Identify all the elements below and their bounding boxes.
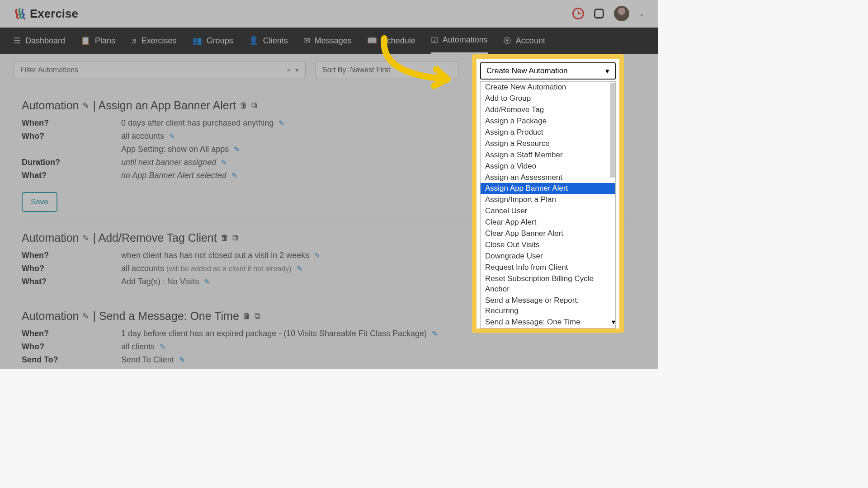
edit-icon[interactable]: ✎ — [231, 172, 237, 179]
copy-icon[interactable]: ⧉ — [255, 311, 260, 321]
dropdown-item[interactable]: Reset Subscription Billing Cycle Anchor — [481, 273, 615, 295]
create-dropdown-list[interactable]: Create New AutomationAdd to GroupAdd/Rem… — [480, 81, 616, 328]
field-value: until next banner assigned ✎ — [121, 158, 227, 167]
nav-groups[interactable]: 👥Groups — [192, 28, 233, 54]
field-label: When? — [22, 329, 121, 338]
topbar-right: ⌄ — [572, 6, 645, 21]
trash-icon[interactable]: 🗑 — [243, 311, 251, 321]
dropdown-item[interactable]: Close Out Visits — [481, 239, 615, 251]
nav-icon: ♬ — [131, 36, 137, 46]
dropdown-scrollbar[interactable] — [610, 83, 615, 178]
field-value: Add Tag(s) : No Visits ✎ — [121, 277, 210, 286]
dropdown-item[interactable]: Downgrade User — [481, 251, 615, 262]
brand-name: Exercise — [30, 7, 78, 21]
dropdown-item[interactable]: Send a Message or Report: Recurring — [481, 295, 615, 317]
dropdown-item[interactable]: Assign an Assessment — [481, 172, 615, 183]
dropdown-item[interactable]: Add/Remove Tag — [481, 104, 615, 116]
edit-icon[interactable]: ✎ — [82, 101, 89, 111]
dropdown-item[interactable]: Assign a Package — [481, 116, 615, 127]
create-caret-icon: ▾ — [605, 66, 609, 76]
user-menu-caret[interactable]: ⌄ — [639, 10, 645, 17]
field-label: Who? — [22, 264, 121, 273]
field-label: How? — [22, 368, 121, 369]
sort-label: Sort By: Newest First — [322, 66, 390, 74]
dropdown-item[interactable]: Request Info from Client — [481, 262, 615, 273]
field-value: all accounts ✎ — [121, 131, 175, 141]
edit-icon[interactable]: ✎ — [82, 311, 89, 321]
edit-icon[interactable]: ✎ — [204, 278, 210, 286]
nav-label: Plans — [95, 36, 115, 46]
nav-messages[interactable]: ✉Messages — [303, 28, 352, 54]
save-button[interactable]: Save — [22, 192, 57, 212]
edit-icon[interactable]: ✎ — [221, 159, 227, 166]
dropdown-item[interactable]: Send a Message: One Time — [481, 317, 615, 328]
edit-icon[interactable]: ✎ — [234, 145, 240, 153]
nav-icon: ☑ — [431, 35, 438, 45]
dropdown-item[interactable]: Clear App Banner Alert — [481, 228, 615, 239]
field-label: Send To? — [22, 355, 121, 365]
create-automation-select[interactable]: Create New Automation ▾ — [480, 62, 616, 80]
dropdown-item[interactable]: Clear App Alert — [481, 217, 615, 228]
edit-icon[interactable]: ✎ — [179, 356, 185, 364]
copy-icon[interactable]: ⧉ — [232, 233, 238, 243]
edit-icon[interactable]: ✎ — [278, 119, 284, 127]
nav-label: Messages — [315, 36, 352, 46]
dropdown-item[interactable]: Assign a Product — [481, 127, 615, 138]
dropdown-item[interactable]: Assign a Video — [481, 161, 615, 172]
copy-icon[interactable]: ⧉ — [251, 101, 257, 110]
filter-caret-icon[interactable]: ▾ — [295, 66, 299, 74]
sort-select[interactable]: Sort By: Newest First — [316, 61, 458, 79]
brand-logo[interactable]: Exercise — [14, 7, 78, 21]
nav-icon: 👤 — [249, 36, 259, 46]
dropdown-item[interactable]: Assign App Banner Alert — [481, 183, 615, 194]
navbar: ☰Dashboard📋Plans♬Exercises👥Groups👤Client… — [0, 28, 658, 54]
edit-icon[interactable]: ✎ — [314, 252, 320, 259]
nav-dashboard[interactable]: ☰Dashboard — [14, 28, 65, 54]
nav-icon: 📖 — [367, 36, 377, 46]
dropdown-item[interactable]: Assign a Resource — [481, 138, 615, 150]
field-label: Who? — [22, 131, 121, 141]
avatar[interactable] — [614, 6, 629, 21]
field-value: all accounts (will be added as a client … — [121, 264, 302, 273]
clock-icon[interactable] — [572, 8, 584, 19]
edit-icon[interactable]: ✎ — [82, 233, 89, 243]
field-value: Send To Client ✎ — [121, 355, 185, 365]
nav-schedule[interactable]: 📖Schedule — [367, 28, 415, 54]
create-button-label: Create New Automation — [486, 66, 568, 75]
dropdown-item[interactable]: Assign/Import a Plan — [481, 194, 615, 206]
trash-icon[interactable]: 🗑 — [240, 101, 248, 110]
nav-plans[interactable]: 📋Plans — [80, 28, 115, 54]
dropdown-item[interactable]: Cancel User — [481, 206, 615, 217]
field-value: 0 days after client has purchased anythi… — [121, 118, 284, 128]
field-value: 1 day before client has an expired packa… — [121, 329, 438, 338]
edit-icon[interactable]: ✎ — [169, 132, 175, 140]
nav-clients[interactable]: 👤Clients — [249, 28, 288, 54]
nav-account[interactable]: ⦿Account — [503, 28, 545, 54]
nav-automations[interactable]: ☑Automations — [431, 28, 488, 54]
field-row: Who?all clients ✎ — [22, 342, 637, 352]
dropdown-item[interactable]: Add to Group — [481, 93, 615, 104]
dropdown-item[interactable]: Create New Automation — [481, 82, 615, 93]
nav-icon: 👥 — [192, 36, 202, 46]
nav-label: Account — [516, 36, 545, 46]
field-label: What? — [22, 277, 121, 286]
annotation-highlight-frame: Create New Automation ▾ Create New Autom… — [472, 54, 624, 333]
filter-input[interactable]: Filter Automations × ▾ — [14, 61, 306, 79]
edit-icon[interactable]: ✎ — [432, 330, 438, 338]
field-value: when client has has not closed out a vis… — [121, 251, 320, 260]
nav-label: Exercises — [142, 36, 177, 46]
nav-label: Dashboard — [25, 36, 65, 46]
edit-icon[interactable]: ✎ — [160, 343, 165, 351]
dropdown-scroll-down-icon[interactable]: ▾ — [612, 318, 615, 326]
nav-exercises[interactable]: ♬Exercises — [131, 28, 177, 54]
stop-icon[interactable] — [594, 9, 604, 19]
edit-icon[interactable]: ✎ — [297, 265, 302, 272]
field-label: When? — [22, 118, 121, 128]
filter-clear-icon[interactable]: × — [287, 66, 291, 74]
dropdown-item[interactable]: Assign a Staff Member — [481, 150, 615, 161]
trash-icon[interactable]: 🗑 — [221, 233, 229, 243]
nav-icon: 📋 — [80, 36, 90, 46]
nav-icon: ⦿ — [503, 36, 511, 46]
field-value: App Setting: show on All apps ✎ — [121, 145, 240, 154]
nav-icon: ☰ — [14, 36, 21, 46]
